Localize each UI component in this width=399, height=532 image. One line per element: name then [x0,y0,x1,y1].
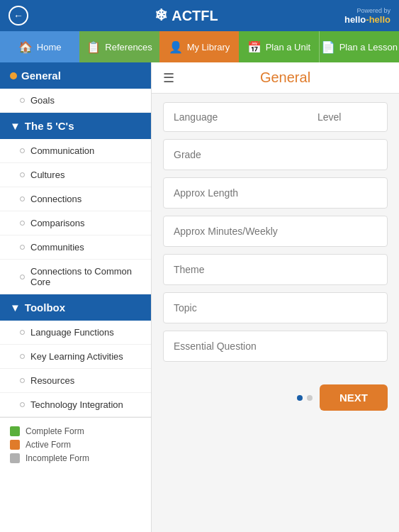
nav-library-label: My Library [187,42,230,52]
sidebar-general-label: General [21,70,61,82]
tech-integration-dot [20,402,25,407]
library-icon: 👤 [169,40,183,54]
nav-references-label: References [105,42,152,52]
sidebar-language-functions-label: Language Functions [30,327,114,338]
sidebar: General Goals ▼ The 5 'C's Communication… [0,62,152,532]
sidebar-item-technology-integration[interactable]: Technology Integration [0,393,151,417]
plan-lesson-icon: 📄 [321,40,335,54]
approx-minutes-input[interactable] [174,226,377,237]
sidebar-item-cultures[interactable]: Cultures [0,163,151,187]
sidebar-communities-label: Communities [30,242,84,253]
sidebar-common-core-label: Connections to Common Core [30,266,141,287]
communities-dot [20,245,25,250]
powered-by-label: Powered by [356,7,390,14]
hamburger-icon[interactable]: ☰ [163,70,174,86]
legend-incomplete: Incomplete Form [10,453,141,463]
legend: Complete Form Active Form Incomplete For… [0,417,151,475]
plan-unit-icon: 📅 [247,40,262,54]
approx-length-input[interactable] [174,187,377,199]
incomplete-form-icon [10,453,20,463]
sidebar-item-language-functions[interactable]: Language Functions [0,321,151,345]
nav-home-label: Home [37,42,62,52]
top-bar: ← ❄ ACTFL Powered by hello-hello [0,0,399,31]
chevron-down-icon: ▼ [10,120,21,132]
active-form-icon [10,440,20,450]
topic-input[interactable] [174,302,377,314]
grade-input[interactable] [174,149,377,160]
app-logo: ❄ ACTFL [154,6,218,25]
sidebar-item-communication[interactable]: Communication [0,139,151,163]
nav-home[interactable]: 🏠 Home [0,31,79,62]
nav-references[interactable]: 📋 References [79,31,159,62]
sidebar-item-communities[interactable]: Communities [0,235,151,260]
connections-dot [20,196,25,201]
references-icon: 📋 [86,40,101,54]
sidebar-item-goals[interactable]: Goals [0,89,151,113]
essential-question-row [164,331,387,361]
topic-section [163,292,388,323]
legend-incomplete-label: Incomplete Form [26,453,89,463]
sidebar-5cs-header[interactable]: ▼ The 5 'C's [0,113,151,139]
resources-dot [20,378,25,383]
nav-my-library[interactable]: 👤 My Library [159,31,239,62]
legend-complete: Complete Form [10,426,141,436]
dot-1 [297,395,303,401]
approx-length-row [164,178,387,208]
toolbox-chevron-icon: ▼ [10,301,21,314]
legend-complete-label: Complete Form [26,426,84,436]
legend-active-label: Active Form [26,440,71,450]
content-title: General [183,70,388,86]
hello-hello-logo: hello-hello [344,14,390,25]
logo-text: ACTFL [172,8,218,24]
sidebar-connections-label: Connections [30,194,82,204]
comparisons-dot [20,221,25,226]
sidebar-general-header[interactable]: General [0,62,151,89]
next-button[interactable]: NEXT [320,384,388,411]
back-button[interactable]: ← [9,6,28,26]
language-level-row [164,103,387,131]
nav-bar: 🏠 Home 📋 References 👤 My Library 📅 Plan … [0,31,399,62]
powered-by: Powered by hello-hello [344,7,390,25]
approx-minutes-row [164,216,387,246]
nav-plan-lesson[interactable]: 📄 Plan a Lesson [319,31,399,62]
nav-plan-unit[interactable]: 📅 Plan a Unit [239,31,318,62]
level-input[interactable] [308,103,388,131]
sidebar-toolbox-label: Toolbox [25,301,65,314]
content-footer: NEXT [152,377,399,418]
language-input[interactable] [164,103,308,131]
theme-row [164,255,387,284]
pagination-dots [297,395,313,401]
content-header: ☰ General [152,62,399,94]
key-learning-dot [20,354,25,359]
theme-input[interactable] [174,264,377,275]
general-bullet [10,72,17,79]
grade-row [164,140,387,170]
sidebar-item-resources[interactable]: Resources [0,369,151,393]
legend-active: Active Form [10,440,141,450]
snowflake-icon: ❄ [154,6,167,25]
sidebar-item-connections-common-core[interactable]: Connections to Common Core [0,260,151,294]
sidebar-item-key-learning-activities[interactable]: Key Learning Activities [0,345,151,369]
sidebar-item-connections[interactable]: Connections [0,187,151,211]
sidebar-toolbox-header[interactable]: ▼ Toolbox [0,294,151,321]
sidebar-comparisons-label: Comparisons [30,218,85,228]
cultures-dot [20,172,25,177]
sidebar-item-comparisons[interactable]: Comparisons [0,211,151,235]
back-icon: ← [13,10,23,21]
communication-dot [20,148,25,153]
content-area: ☰ General [152,62,399,532]
complete-form-icon [10,426,20,436]
approx-minutes-section [163,216,388,247]
sidebar-5cs-label: The 5 'C's [25,120,74,132]
approx-length-section [163,177,388,209]
main-layout: General Goals ▼ The 5 'C's Communication… [0,62,399,532]
essential-question-section [163,331,388,362]
goals-dot [20,98,25,103]
sidebar-goals-label: Goals [30,95,55,106]
home-icon: 🏠 [18,40,33,54]
sidebar-cultures-label: Cultures [30,170,64,180]
common-core-dot [20,275,25,279]
essential-question-input[interactable] [174,340,377,352]
grade-section [163,139,388,170]
sidebar-resources-label: Resources [30,375,74,386]
